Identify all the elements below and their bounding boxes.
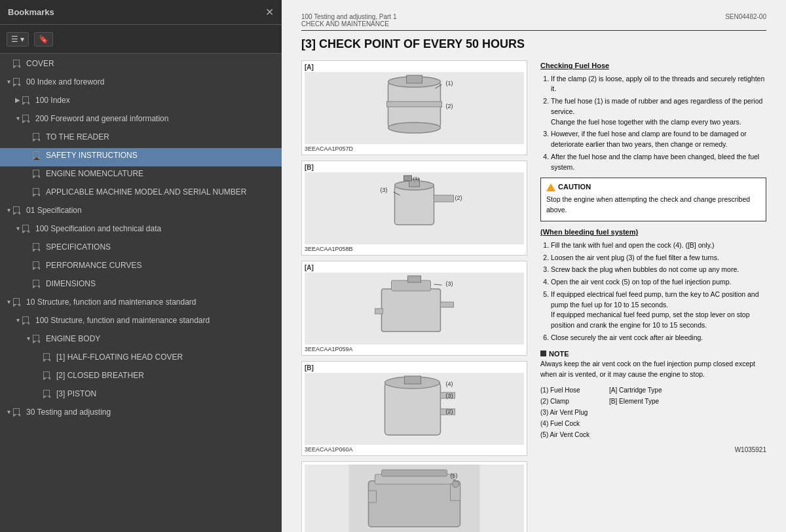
sidebar-item-piston[interactable]: [3] PISTON — [0, 387, 282, 405]
text-column: Checking Fuel Hose If the clamp (2) is l… — [540, 60, 766, 532]
caution-triangle-icon — [546, 183, 555, 191]
image-A1: [A] (1) (2) — [301, 60, 527, 155]
bookmark-icon-100-structure — [22, 316, 33, 328]
sidebar-item-engine-nomenclature[interactable]: ENGINE NOMENCLATURE — [0, 166, 282, 185]
svg-text:(4): (4) — [446, 381, 453, 387]
img-placeholder-engine: (5) — [305, 465, 524, 532]
svg-rect-29 — [385, 383, 441, 435]
img-placeholder-B1: (2) (3) (1) — [305, 172, 524, 244]
tree-label-30-testing: 30 Testing and adjusting — [26, 408, 276, 418]
sidebar-item-to-reader[interactable]: TO THE READER — [0, 130, 282, 148]
tree-label-performance-curves: PERFORMANCE CURVES — [46, 261, 276, 271]
note-box: NOTE Always keep the air vent cock on th… — [540, 349, 766, 380]
sidebar-item-30-testing[interactable]: ▾30 Testing and adjusting — [0, 405, 282, 423]
sidebar-item-cover[interactable]: COVER — [0, 56, 282, 75]
tree-toggle-00-index[interactable]: ▾ — [4, 77, 13, 86]
svg-text:(1): (1) — [446, 80, 453, 86]
svg-rect-11 — [395, 185, 434, 225]
svg-text:(2): (2) — [446, 103, 453, 109]
content-grid: [A] (1) (2) — [301, 60, 766, 532]
bleeding-3: Screw back the plug when bubbles do not … — [551, 265, 766, 275]
svg-text:(3): (3) — [381, 187, 388, 193]
svg-text:(1): (1) — [413, 176, 420, 181]
bookmark-icon-100-spec-data — [22, 225, 33, 237]
svg-rect-23 — [408, 276, 421, 282]
bookmark-icon-piston — [43, 390, 54, 402]
tree-label-10-structure: 10 Structure, function and maintenance s… — [26, 297, 276, 308]
bleeding-list: Fill the tank with fuel and open the coc… — [540, 240, 766, 343]
sidebar-item-100-structure[interactable]: ▾100 Structure, function and maintenance… — [0, 313, 282, 332]
img-caption-A2: 3EEACAA1P059A — [305, 345, 524, 352]
tree-label-dimensions: DIMENSIONS — [46, 279, 276, 290]
doc-header-left: 100 Testing and adjusting, Part 1 CHECK … — [301, 13, 396, 28]
img-caption-B1: 3EEACAA1P058B — [305, 244, 524, 252]
sidebar-item-01-specification[interactable]: ▾01 Specification — [0, 203, 282, 221]
tree-toggle-01-specification[interactable]: ▾ — [4, 206, 13, 214]
sidebar-close-button[interactable]: ✕ — [265, 7, 274, 18]
bookmark-icon-200-foreword — [22, 115, 33, 126]
main-content: 100 Testing and adjusting, Part 1 CHECK … — [282, 0, 786, 532]
caution-title: CAUTION — [546, 181, 760, 193]
sidebar-item-200-foreword[interactable]: ▾200 Foreword and general information — [0, 111, 282, 130]
svg-point-45 — [453, 481, 459, 487]
tree-label-cover: COVER — [26, 59, 276, 69]
sidebar-item-specifications[interactable]: SPECIFICATIONS — [0, 240, 282, 258]
legend-grid: (1) Fuel Hose (2) Clamp (3) Air Vent Plu… — [540, 385, 766, 442]
svg-rect-26 — [441, 302, 454, 307]
tree-toggle-10-structure[interactable]: ▾ — [4, 297, 13, 306]
tree-label-00-index: 00 Index and foreword — [26, 77, 276, 88]
tree-label-safety-instructions: SAFETY INSTRUCTIONS — [46, 151, 276, 161]
tree-toggle-100-structure[interactable]: ▾ — [13, 316, 22, 324]
sidebar-item-10-structure[interactable]: ▾10 Structure, function and maintenance … — [0, 295, 282, 313]
sidebar-item-performance-curves[interactable]: PERFORMANCE CURVES — [0, 258, 282, 276]
svg-rect-18 — [404, 176, 412, 181]
instruction-1: If the clamp (2) is loose, apply oil to … — [551, 74, 766, 95]
note-title: NOTE — [540, 349, 766, 360]
svg-rect-21 — [382, 289, 441, 332]
sidebar-item-safety-instructions[interactable]: SAFETY INSTRUCTIONS — [0, 148, 282, 166]
sidebar-item-applicable-machine[interactable]: APPLICABLE MACHINE MODEL AND SERIAL NUMB… — [0, 185, 282, 203]
bookmark-icon-engine-nomenclature — [33, 170, 43, 181]
sidebar-item-closed-breather[interactable]: [2] CLOSED BREATHER — [0, 368, 282, 387]
tree-label-01-specification: 01 Specification — [26, 206, 276, 216]
svg-rect-14 — [434, 195, 454, 202]
note-text: Always keep the air vent cock on the fue… — [540, 359, 766, 380]
instructions-list: If the clamp (2) is loose, apply oil to … — [540, 74, 766, 173]
tree-label-piston: [3] PISTON — [56, 389, 276, 400]
svg-rect-27 — [375, 309, 383, 314]
tree-toggle-200-foreword[interactable]: ▾ — [13, 114, 22, 123]
sidebar-item-100-index[interactable]: ▶100 Index — [0, 93, 282, 111]
legend-3: (3) Air Vent Plug — [540, 408, 590, 417]
bookmark-icon-closed-breather — [43, 371, 54, 383]
tree-toggle-100-index[interactable]: ▶ — [13, 96, 22, 104]
img-label-A1: [A] — [305, 64, 524, 71]
tree-toggle-engine-body[interactable]: ▾ — [24, 334, 33, 343]
svg-rect-31 — [405, 376, 421, 384]
tree-label-100-index: 100 Index — [35, 96, 276, 106]
legend-5: (5) Air Vent Cock — [540, 430, 590, 440]
legend-type-B: [B] Element Type — [609, 396, 662, 406]
sidebar-item-100-spec-data[interactable]: ▾100 Specification and technical data — [0, 221, 282, 240]
toolbar-bookmark-button[interactable]: 🔖 — [34, 32, 53, 47]
doc-header-line1: 100 Testing and adjusting, Part 1 — [301, 13, 396, 20]
tree-label-to-reader: TO THE READER — [46, 132, 276, 143]
tree-label-applicable-machine: APPLICABLE MACHINE MODEL AND SERIAL NUMB… — [46, 187, 276, 198]
bookmark-icon-specifications — [33, 243, 43, 255]
note-square-icon — [540, 351, 546, 356]
sidebar-item-engine-body[interactable]: ▾ENGINE BODY — [0, 332, 282, 350]
instruction-4: After the fuel hose and the clamp have b… — [551, 152, 766, 173]
note-label: NOTE — [549, 349, 569, 360]
sidebar-item-00-index[interactable]: ▾00 Index and foreword — [0, 75, 282, 93]
tree-toggle-100-spec-data[interactable]: ▾ — [13, 224, 22, 233]
tree-toggle-30-testing[interactable]: ▾ — [4, 408, 13, 416]
svg-text:(3): (3) — [446, 280, 453, 287]
sidebar-item-half-floating[interactable]: [1] HALF-FLOATING HEAD COVER — [0, 350, 282, 368]
legend-left: (1) Fuel Hose (2) Clamp (3) Air Vent Plu… — [540, 385, 590, 441]
tree-label-engine-body: ENGINE BODY — [46, 334, 276, 345]
img-label-A2: [A] — [305, 264, 524, 271]
toolbar-menu-button[interactable]: ☰ ▾ — [7, 32, 29, 47]
checking-fuel-hose-title: Checking Fuel Hose — [540, 60, 766, 71]
sidebar-item-dimensions[interactable]: DIMENSIONS — [0, 276, 282, 295]
tree-label-specifications: SPECIFICATIONS — [46, 242, 276, 253]
sidebar-tree[interactable]: COVER▾00 Index and foreword▶100 Index▾20… — [0, 54, 282, 532]
